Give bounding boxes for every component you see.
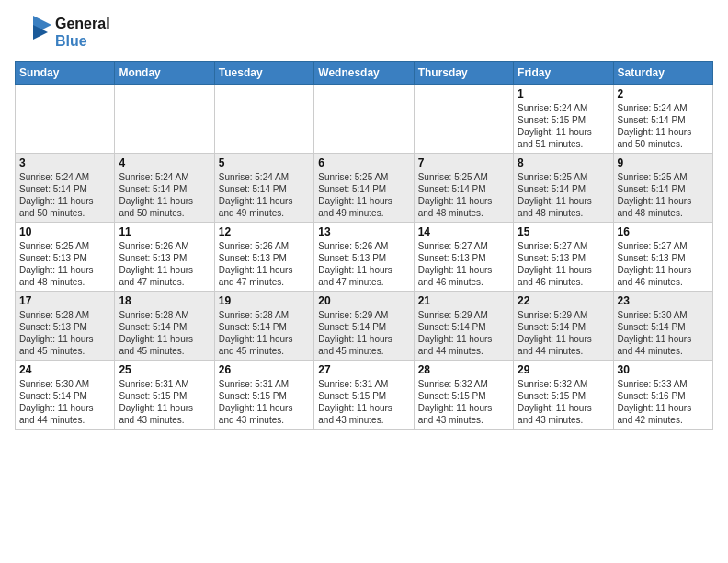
- day-info-line: and 49 minutes.: [318, 207, 409, 219]
- day-info-line: Daylight: 11 hours: [518, 333, 609, 345]
- calendar-cell: 30Sunrise: 5:33 AMSunset: 5:16 PMDayligh…: [613, 361, 712, 430]
- day-info-line: Daylight: 11 hours: [119, 333, 210, 345]
- day-info-line: and 45 minutes.: [119, 345, 210, 357]
- day-info-line: Sunset: 5:14 PM: [219, 183, 310, 195]
- calendar-week-row: 10Sunrise: 5:25 AMSunset: 5:13 PMDayligh…: [16, 223, 713, 292]
- logo-general: General: [55, 15, 110, 32]
- day-info-line: Sunset: 5:15 PM: [518, 390, 609, 402]
- weekday-header-row: SundayMondayTuesdayWednesdayThursdayFrid…: [16, 62, 713, 85]
- day-number: 20: [318, 294, 409, 307]
- day-info-line: and 48 minutes.: [19, 276, 110, 288]
- calendar-cell: 16Sunrise: 5:27 AMSunset: 5:13 PMDayligh…: [613, 223, 712, 292]
- weekday-header-monday: Monday: [115, 62, 214, 85]
- day-info-line: Daylight: 11 hours: [119, 264, 210, 276]
- day-info-line: and 45 minutes.: [219, 345, 310, 357]
- day-info-line: Sunset: 5:14 PM: [518, 321, 609, 333]
- day-number: 28: [418, 363, 509, 376]
- day-info-line: Daylight: 11 hours: [19, 264, 110, 276]
- day-number: 4: [119, 156, 210, 169]
- day-info-line: Sunset: 5:15 PM: [119, 390, 210, 402]
- day-number: 25: [119, 363, 210, 376]
- calendar-week-row: 17Sunrise: 5:28 AMSunset: 5:13 PMDayligh…: [16, 292, 713, 361]
- day-info-line: Sunrise: 5:31 AM: [318, 378, 409, 390]
- day-info-line: Daylight: 11 hours: [119, 195, 210, 207]
- day-info-line: Daylight: 11 hours: [618, 126, 709, 138]
- day-info-line: Daylight: 11 hours: [318, 195, 409, 207]
- day-info-line: and 48 minutes.: [518, 207, 609, 219]
- day-info-line: Sunset: 5:14 PM: [518, 183, 609, 195]
- calendar-cell: 4Sunrise: 5:24 AMSunset: 5:14 PMDaylight…: [115, 154, 214, 223]
- weekday-header-wednesday: Wednesday: [314, 62, 414, 85]
- day-number: 14: [418, 225, 509, 238]
- calendar-week-row: 24Sunrise: 5:30 AMSunset: 5:14 PMDayligh…: [16, 361, 713, 430]
- day-number: 2: [618, 87, 709, 100]
- day-info-line: and 45 minutes.: [318, 345, 409, 357]
- day-info-line: and 47 minutes.: [318, 276, 409, 288]
- calendar-week-row: 1Sunrise: 5:24 AMSunset: 5:15 PMDaylight…: [16, 85, 713, 154]
- day-info-line: Daylight: 11 hours: [518, 264, 609, 276]
- calendar-cell: 3Sunrise: 5:24 AMSunset: 5:14 PMDaylight…: [16, 154, 115, 223]
- day-number: 23: [618, 294, 709, 307]
- calendar-cell: 29Sunrise: 5:32 AMSunset: 5:15 PMDayligh…: [514, 361, 613, 430]
- day-info-line: and 43 minutes.: [219, 414, 310, 426]
- calendar-cell: 14Sunrise: 5:27 AMSunset: 5:13 PMDayligh…: [414, 223, 513, 292]
- calendar-cell: [414, 85, 513, 154]
- weekday-header-tuesday: Tuesday: [214, 62, 313, 85]
- day-number: 13: [318, 225, 409, 238]
- day-info-line: and 44 minutes.: [618, 345, 709, 357]
- day-info-line: Daylight: 11 hours: [119, 402, 210, 414]
- calendar-cell: 12Sunrise: 5:26 AMSunset: 5:13 PMDayligh…: [214, 223, 313, 292]
- day-info-line: and 51 minutes.: [518, 138, 609, 150]
- day-number: 3: [19, 156, 110, 169]
- calendar-cell: [115, 85, 214, 154]
- calendar-table: SundayMondayTuesdayWednesdayThursdayFrid…: [15, 61, 713, 430]
- day-info-line: Daylight: 11 hours: [318, 402, 409, 414]
- weekday-header-saturday: Saturday: [613, 62, 712, 85]
- day-info-line: and 43 minutes.: [418, 414, 509, 426]
- calendar-cell: 15Sunrise: 5:27 AMSunset: 5:13 PMDayligh…: [514, 223, 613, 292]
- day-number: 6: [318, 156, 409, 169]
- day-info-line: Sunrise: 5:29 AM: [318, 309, 409, 321]
- day-info-line: Sunset: 5:13 PM: [318, 252, 409, 264]
- calendar-cell: [314, 85, 414, 154]
- day-info-line: Sunrise: 5:27 AM: [618, 240, 709, 252]
- day-info-line: Sunset: 5:13 PM: [119, 252, 210, 264]
- day-info-line: Sunrise: 5:24 AM: [518, 102, 609, 114]
- day-number: 19: [219, 294, 310, 307]
- day-info-line: Sunrise: 5:33 AM: [618, 378, 709, 390]
- day-info-line: and 44 minutes.: [19, 414, 110, 426]
- day-info-line: Daylight: 11 hours: [518, 402, 609, 414]
- day-info-line: Sunset: 5:14 PM: [418, 321, 509, 333]
- day-info-line: and 44 minutes.: [518, 345, 609, 357]
- day-number: 7: [418, 156, 509, 169]
- day-info-line: Daylight: 11 hours: [19, 195, 110, 207]
- calendar-cell: 7Sunrise: 5:25 AMSunset: 5:14 PMDaylight…: [414, 154, 513, 223]
- day-info-line: and 43 minutes.: [518, 414, 609, 426]
- day-info-line: Sunset: 5:13 PM: [19, 321, 110, 333]
- day-info-line: Sunrise: 5:32 AM: [418, 378, 509, 390]
- day-info-line: Sunset: 5:15 PM: [219, 390, 310, 402]
- day-info-line: Daylight: 11 hours: [219, 195, 310, 207]
- day-info-line: Daylight: 11 hours: [219, 333, 310, 345]
- day-info-line: Sunrise: 5:27 AM: [518, 240, 609, 252]
- calendar-cell: 23Sunrise: 5:30 AMSunset: 5:14 PMDayligh…: [613, 292, 712, 361]
- day-info-line: Daylight: 11 hours: [618, 264, 709, 276]
- calendar-cell: 10Sunrise: 5:25 AMSunset: 5:13 PMDayligh…: [16, 223, 115, 292]
- day-info-line: Sunset: 5:13 PM: [618, 252, 709, 264]
- day-info-line: Sunset: 5:13 PM: [518, 252, 609, 264]
- day-info-line: and 44 minutes.: [418, 345, 509, 357]
- day-number: 12: [219, 225, 310, 238]
- day-info-line: and 42 minutes.: [618, 414, 709, 426]
- page-header: GeneralBlue: [15, 15, 713, 50]
- day-info-line: Sunrise: 5:28 AM: [19, 309, 110, 321]
- day-info-line: Sunrise: 5:32 AM: [518, 378, 609, 390]
- day-number: 29: [518, 363, 609, 376]
- calendar-cell: 26Sunrise: 5:31 AMSunset: 5:15 PMDayligh…: [214, 361, 313, 430]
- day-info-line: Daylight: 11 hours: [418, 402, 509, 414]
- calendar-cell: 25Sunrise: 5:31 AMSunset: 5:15 PMDayligh…: [115, 361, 214, 430]
- day-number: 22: [518, 294, 609, 307]
- day-info-line: and 46 minutes.: [418, 276, 509, 288]
- day-number: 17: [19, 294, 110, 307]
- day-info-line: Sunrise: 5:24 AM: [219, 171, 310, 183]
- day-number: 21: [418, 294, 509, 307]
